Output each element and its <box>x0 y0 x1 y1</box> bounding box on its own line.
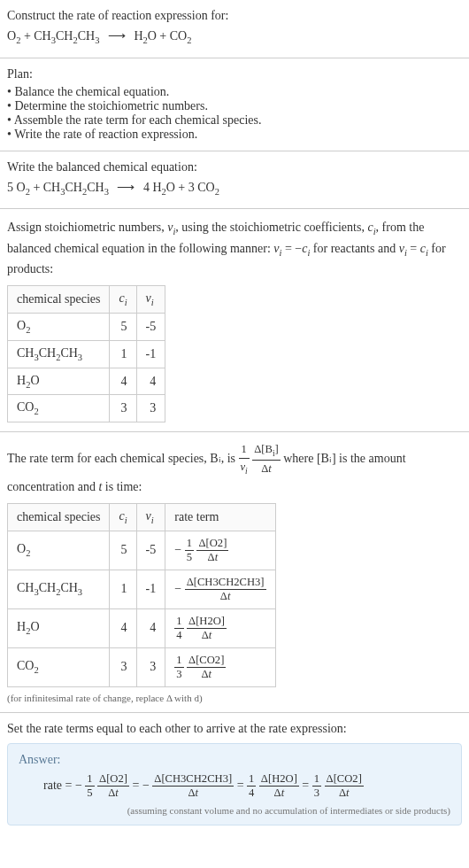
final-title: Set the rate terms equal to each other t… <box>7 722 462 736</box>
rateterm-note: (for infinitesimal rate of change, repla… <box>7 693 462 703</box>
frac-bot: 3 <box>174 668 183 681</box>
cell-species: O2 <box>8 531 110 570</box>
col-rate: rate term <box>165 503 275 531</box>
frac-top: Δ[O2] <box>196 537 228 551</box>
frac-bot: Δt <box>325 787 364 800</box>
cell-species: CO2 <box>8 395 110 422</box>
sign: − <box>174 542 181 555</box>
frac-top: Δ[CO2] <box>187 654 226 668</box>
cell-c: 3 <box>110 647 136 686</box>
plan-title: Plan: <box>7 67 462 81</box>
frac-bot: νi <box>239 459 250 477</box>
plan-item: Determine the stoichiometric numbers. <box>7 99 462 113</box>
cell-species: H2O <box>8 608 110 647</box>
frac-delta: Δ[CO2]Δt <box>187 654 226 681</box>
rateterm-section: The rate term for each chemical species,… <box>0 432 469 712</box>
frac-delta: Δ[H2O]Δt <box>259 772 299 800</box>
answer-note: (assuming constant volume and no accumul… <box>19 805 450 816</box>
frac-delta: Δ[O2]Δt <box>196 537 228 564</box>
frac-delta: Δ[O2]Δt <box>97 772 129 800</box>
frac-top: Δ[H2O] <box>259 772 299 787</box>
cell-species: CH3CH2CH3 <box>8 570 110 608</box>
table-row: CH3CH2CH3 1 -1 − Δ[CH3CH2CH3]Δt <box>8 570 276 608</box>
table-row: O2 5 -5 − 15 Δ[O2]Δt <box>8 531 276 570</box>
rateterm-intro: The rate term for each chemical species,… <box>7 441 462 496</box>
table-row: H2O 4 4 14 Δ[H2O]Δt <box>8 608 276 647</box>
cell-v: 4 <box>136 368 165 395</box>
cell-species: O2 <box>8 314 110 341</box>
stoich-table: chemical species ci νi O2 5 -5 CH3CH2CH3… <box>7 285 165 422</box>
frac-top: 1 <box>312 772 321 787</box>
frac-top: 1 <box>185 537 194 551</box>
cell-v: -1 <box>136 340 165 368</box>
cell-rate: − 15 Δ[O2]Δt <box>165 531 275 570</box>
plan-item: Write the rate of reaction expression. <box>7 128 462 142</box>
balanced-equation: 5 O2 + CH3CH2CH3 ⟶ 4 H2O + 3 CO2 <box>7 178 462 200</box>
plan-list: Balance the chemical equation. Determine… <box>7 85 462 142</box>
frac-bot: Δt <box>187 668 226 681</box>
cell-species: H2O <box>8 368 110 395</box>
cell-species: CH3CH2CH3 <box>8 340 110 368</box>
stoich-intro: Assign stoichiometric numbers, νi, using… <box>7 218 462 278</box>
frac-delta: Δ[CO2]Δt <box>325 772 364 800</box>
col-ci: ci <box>110 286 136 314</box>
frac-coef: 13 <box>312 772 321 800</box>
cell-v: -5 <box>136 531 165 570</box>
frac-bot: Δt <box>152 787 234 800</box>
stoich-section: Assign stoichiometric numbers, νi, using… <box>0 209 469 432</box>
table-row: CO2 3 3 13 Δ[CO2]Δt <box>8 647 276 686</box>
frac-top: 1 <box>174 654 183 668</box>
plan-section: Plan: Balance the chemical equation. Det… <box>0 58 469 151</box>
balanced-title: Write the balanced chemical equation: <box>7 160 462 174</box>
frac-bot: 5 <box>85 787 94 800</box>
cell-c: 5 <box>110 314 136 341</box>
frac-top: 1 <box>239 441 250 459</box>
balanced-section: Write the balanced chemical equation: 5 … <box>0 151 469 210</box>
rateterm-table: chemical species ci νi rate term O2 5 -5… <box>7 503 276 687</box>
sign: − <box>75 778 82 791</box>
frac-coef: 15 <box>185 537 194 564</box>
cell-c: 4 <box>110 368 136 395</box>
plan-item: Assemble the rate term for each chemical… <box>7 113 462 128</box>
frac-delta: Δ[CH3CH2CH3]Δt <box>185 576 266 603</box>
table-row: H2O 4 4 <box>8 368 165 395</box>
rate-prefix: rate = <box>43 778 75 791</box>
table-header-row: chemical species ci νi rate term <box>8 503 276 531</box>
frac-top: Δ[H2O] <box>187 615 227 629</box>
frac-top: 1 <box>174 615 183 629</box>
cell-v: 3 <box>136 647 165 686</box>
cell-v: -1 <box>136 570 165 608</box>
cell-v: -5 <box>136 314 165 341</box>
frac-top: 1 <box>85 772 94 787</box>
cell-c: 1 <box>110 570 136 608</box>
col-species: chemical species <box>8 503 110 531</box>
frac-coef: 13 <box>174 654 183 681</box>
frac-delta: Δ[CH3CH2CH3]Δt <box>152 772 234 800</box>
cell-rate: − Δ[CH3CH2CH3]Δt <box>165 570 275 608</box>
col-species: chemical species <box>8 286 110 314</box>
frac-bot: Δt <box>187 629 227 642</box>
rateterm-intro-a: The rate term for each chemical species,… <box>7 452 239 465</box>
frac-bot: Δt <box>196 551 228 564</box>
frac-bot: 4 <box>174 629 183 642</box>
answer-expression: rate = − 15 Δ[O2]Δt = − Δ[CH3CH2CH3]Δt =… <box>19 772 450 800</box>
frac-bot: 5 <box>185 551 194 564</box>
table-row: O2 5 -5 <box>8 314 165 341</box>
cell-c: 1 <box>110 340 136 368</box>
answer-label: Answer: <box>19 753 450 767</box>
col-ci: ci <box>110 503 136 531</box>
frac-top: Δ[CH3CH2CH3] <box>185 576 266 590</box>
col-vi: νi <box>136 286 165 314</box>
rateterm-intro-c: is time: <box>102 480 142 493</box>
frac-top: Δ[CH3CH2CH3] <box>152 772 234 787</box>
header-equation: O2 + CH3CH2CH3 ⟶ H2O + CO2 <box>7 27 462 49</box>
frac-coef: 15 <box>85 772 94 800</box>
frac-top: Δ[O2] <box>97 772 129 787</box>
table-header-row: chemical species ci νi <box>8 286 165 314</box>
frac-bot: Δt <box>185 590 266 603</box>
header-title: Construct the rate of reaction expressio… <box>7 9 462 23</box>
frac-delta: Δ[H2O]Δt <box>187 615 227 642</box>
cell-v: 3 <box>136 395 165 422</box>
frac-dbi-dt: Δ[Bi] Δt <box>252 441 281 477</box>
frac-one-over-nu: 1 νi <box>239 441 250 477</box>
